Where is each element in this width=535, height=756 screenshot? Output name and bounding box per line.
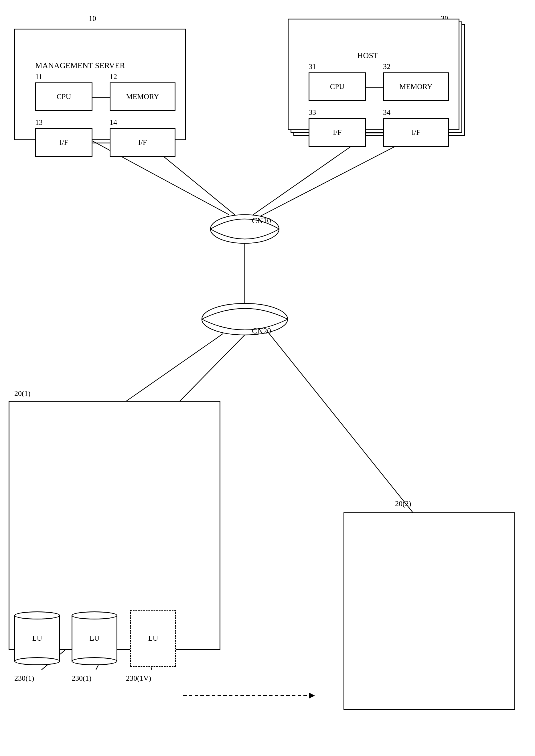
host-box: HOST 31 CPU 32 MEMORY 33 I/F 34 I/F	[288, 18, 460, 130]
storage2-outer-box: STORAGE 100(2) CONTROLLER 230(2) LU LU 2…	[344, 512, 515, 710]
host-cpu-label: CPU	[330, 82, 345, 91]
lu3-label: LU	[148, 634, 158, 643]
management-server-id: 10	[89, 14, 96, 23]
svg-line-7	[115, 333, 223, 409]
management-server-box: MANAGEMENT SERVER 11 CPU 12 MEMORY 13 I/…	[14, 29, 186, 140]
svg-marker-17	[309, 693, 315, 698]
ms-memory-box: MEMORY	[110, 82, 176, 111]
host-if1-box: I/F	[309, 118, 366, 147]
cn10-label: CN10	[252, 216, 271, 225]
management-server-label: MANAGEMENT SERVER	[35, 61, 125, 70]
ms-if1-box: I/F	[35, 128, 93, 157]
svg-point-6	[202, 303, 288, 335]
ms-cpu-label: CPU	[57, 93, 71, 101]
svg-line-8	[269, 333, 415, 515]
cn20-label: CN20	[252, 326, 271, 335]
lu3-box-dashed: LU	[130, 610, 176, 667]
host-cpu-id: 31	[309, 62, 316, 71]
lu1-label: LU	[32, 634, 42, 643]
svg-line-9	[172, 335, 245, 409]
ms-memory-label: MEMORY	[126, 93, 159, 101]
host-memory-box: MEMORY	[383, 72, 449, 101]
storage1-id: 20(1)	[14, 389, 30, 398]
host-memory-label: MEMORY	[399, 82, 433, 91]
host-cpu-box: CPU	[309, 72, 366, 101]
storage2-id: 20(2)	[395, 499, 411, 508]
lu2-label: LU	[90, 634, 99, 643]
host-label: HOST	[357, 51, 378, 60]
ms-cpu-id: 11	[35, 72, 42, 81]
host-if2-id: 34	[383, 108, 390, 117]
host-if2-label: I/F	[411, 128, 420, 137]
ms-memory-id: 12	[110, 72, 117, 81]
host-if2-box: I/F	[383, 118, 449, 147]
diagram: 10 MANAGEMENT SERVER 11 CPU 12 MEMORY 13…	[0, 0, 535, 756]
ms-if1-id: 13	[35, 118, 42, 127]
ms-cpu-box: CPU	[35, 82, 93, 111]
ms-if1-label: I/F	[60, 138, 68, 147]
ms-if2-box: I/F	[110, 128, 176, 157]
lu2-id: 230(1)	[71, 674, 91, 683]
lu1-cylinder: LU	[14, 610, 60, 667]
ms-if2-id: 14	[110, 118, 117, 127]
host-if1-id: 33	[309, 108, 316, 117]
host-if1-label: I/F	[333, 128, 342, 137]
lu2-cylinder: LU	[71, 610, 117, 667]
host-memory-id: 32	[383, 62, 390, 71]
lu1-id: 230(1)	[14, 674, 34, 683]
lu3-id: 230(1V)	[126, 674, 151, 683]
ms-if2-label: I/F	[138, 138, 147, 147]
